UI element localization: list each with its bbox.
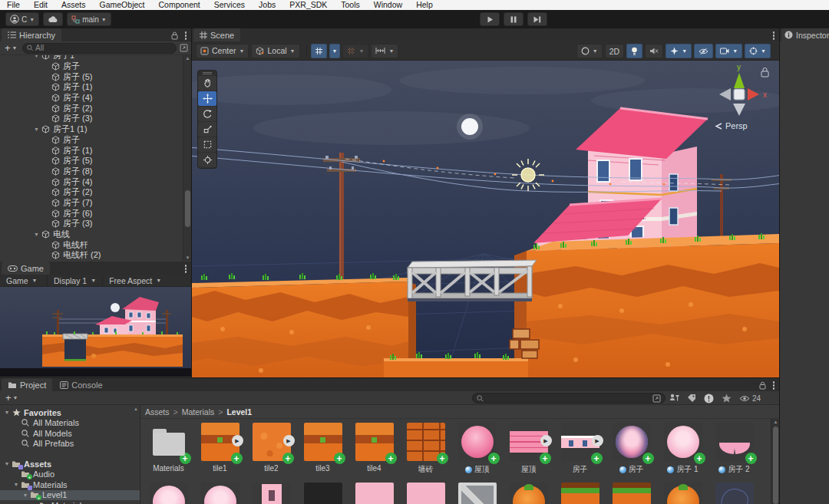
hierarchy-item[interactable]: 房子 (7) <box>0 198 191 209</box>
pick-window-icon[interactable] <box>180 44 188 52</box>
version-control-button[interactable]: main ▼ <box>67 12 111 26</box>
expand-arrow-icon[interactable]: ▼ <box>3 461 11 466</box>
hierarchy-item[interactable]: 电线杆 (2) <box>0 250 191 261</box>
asset-item[interactable] <box>348 479 400 504</box>
hierarchy-item[interactable]: 房子 (4) <box>0 176 191 187</box>
hierarchy-item[interactable]: ▼房子1 (1) <box>0 124 191 135</box>
grid-snap-dropdown[interactable]: ▼ <box>329 44 341 58</box>
hierarchy-item[interactable]: 房子 (1) <box>0 82 191 93</box>
lock-icon[interactable] <box>171 31 178 40</box>
draw-mode-dropdown[interactable]: ▼ <box>576 44 603 58</box>
breadcrumb-item[interactable]: Assets <box>145 407 170 417</box>
account-button[interactable]: C ▼ <box>5 12 39 26</box>
expand-arrow-icon[interactable]: ▼ <box>32 55 41 58</box>
hierarchy-item[interactable]: 房子 <box>0 135 191 146</box>
menu-tools[interactable]: Tools <box>334 0 367 10</box>
asset-item[interactable] <box>194 479 246 504</box>
tree-scroll-up-icon[interactable]: ▲ <box>134 407 138 411</box>
tab-inspector[interactable]: Inspector <box>781 28 829 41</box>
menu-pxr_sdk[interactable]: PXR_SDK <box>282 0 334 10</box>
scale-tool-button[interactable] <box>198 122 216 137</box>
play-button[interactable] <box>480 12 500 26</box>
project-tree-item[interactable]: All Models <box>0 428 140 439</box>
tab-hierarchy[interactable]: Hierarchy <box>2 28 61 41</box>
asset-item[interactable]: +墙砖 <box>400 419 451 479</box>
asset-item[interactable]: +tile4 <box>348 419 400 479</box>
asset-item[interactable]: +tile3 <box>297 419 348 479</box>
rect-tool-button[interactable] <box>198 137 216 152</box>
project-tree-item[interactable]: All Prefabs <box>0 439 140 450</box>
hierarchy-menu-icon[interactable] <box>183 30 189 41</box>
expand-arrow-icon[interactable]: ▼ <box>12 482 20 487</box>
asset-item[interactable]: +房子 <box>606 419 657 479</box>
hierarchy-item[interactable]: 房子 (2) <box>0 187 191 198</box>
play-badge-icon[interactable]: ▶ <box>592 435 603 446</box>
hierarchy-search-input[interactable] <box>22 43 177 54</box>
hierarchy-item[interactable]: 房子 (8) <box>0 166 191 177</box>
directional-light-gizmo[interactable] <box>512 159 544 191</box>
project-tree-item[interactable]: +Materials <box>0 500 140 504</box>
project-menu-icon[interactable] <box>771 380 777 391</box>
hierarchy-item[interactable]: 房子 (5) <box>0 156 191 166</box>
tab-game[interactable]: Game <box>2 262 50 275</box>
hand-tool-button[interactable] <box>198 76 216 91</box>
lighting-toggle[interactable] <box>626 44 642 58</box>
menu-services[interactable]: Services <box>207 0 252 10</box>
tab-scene[interactable]: Scene <box>193 28 240 41</box>
pause-button[interactable] <box>504 12 523 26</box>
expand-arrow-icon[interactable]: ▼ <box>21 492 29 498</box>
breadcrumb-item[interactable]: Materials <box>182 407 215 417</box>
breadcrumb-item[interactable]: Level1 <box>226 407 252 417</box>
game-aspect-dropdown[interactable]: Free Aspect▼ <box>103 275 167 287</box>
menu-help[interactable]: Help <box>409 0 440 10</box>
menu-assets[interactable]: Assets <box>54 0 93 10</box>
menu-component[interactable]: Component <box>151 0 206 10</box>
expand-arrow-icon[interactable]: ▼ <box>32 127 41 132</box>
hierarchy-item[interactable]: 房子 (2) <box>0 103 191 114</box>
hierarchy-item[interactable]: 房子 (3) <box>0 114 191 124</box>
audio-toggle[interactable] <box>645 44 663 58</box>
gizmos-dropdown[interactable]: ▼ <box>745 44 771 58</box>
hierarchy-item[interactable]: 房子 (5) <box>0 71 191 82</box>
game-menu-icon[interactable] <box>183 263 189 275</box>
project-search-input[interactable] <box>472 393 666 404</box>
hierarchy-scrollbar[interactable]: ▲ ▼ <box>183 55 191 261</box>
game-viewport[interactable] <box>0 287 191 377</box>
step-button[interactable] <box>527 12 547 26</box>
asset-item[interactable] <box>400 479 451 504</box>
menu-edit[interactable]: Edit <box>27 0 54 10</box>
game-target-dropdown[interactable]: Game▼ <box>0 275 48 287</box>
menu-file[interactable]: File <box>0 0 27 10</box>
scene-viewport[interactable]: y x Persp <box>192 61 779 377</box>
scene-visibility-toggle[interactable] <box>694 44 713 58</box>
orientation-dropdown[interactable]: Local▼ <box>251 44 299 58</box>
search-by-label-icon[interactable] <box>687 394 696 403</box>
camera-overlay-dropdown[interactable]: ▼ <box>715 44 742 58</box>
project-tree-item[interactable]: +Audio <box>0 469 140 480</box>
pivot-mode-dropdown[interactable]: Center▼ <box>196 44 249 58</box>
menu-jobs[interactable]: Jobs <box>252 0 282 10</box>
expand-arrow-icon[interactable]: ▼ <box>3 410 11 415</box>
asset-item[interactable]: +▶房子 <box>554 419 606 479</box>
grid-snap-toggle[interactable] <box>311 44 327 58</box>
tab-console[interactable]: Console <box>54 378 108 391</box>
asset-item[interactable] <box>708 479 760 504</box>
asset-item[interactable] <box>451 479 503 504</box>
asset-item[interactable]: +房子 1 <box>657 419 708 479</box>
project-tree-item[interactable]: ▼Assets <box>0 459 140 469</box>
effects-dropdown[interactable]: ▼ <box>666 44 692 58</box>
project-tree-item[interactable]: ▼+Level1 <box>0 490 140 501</box>
project-add-button[interactable]: +▼ <box>4 392 20 404</box>
ruler-dropdown[interactable]: ▼ <box>371 44 398 58</box>
play-badge-icon[interactable]: ▶ <box>283 435 295 446</box>
asset-item[interactable] <box>143 479 194 504</box>
play-badge-icon[interactable]: ▶ <box>540 435 552 446</box>
project-tree-item[interactable]: ▼Materials <box>0 479 140 490</box>
menu-window[interactable]: Window <box>367 0 409 10</box>
visible-count[interactable]: 24 <box>739 394 761 403</box>
game-display-dropdown[interactable]: Display 1▼ <box>48 275 103 287</box>
project-tree-item[interactable]: ▼Favorites <box>0 407 140 418</box>
move-tool-button[interactable] <box>198 91 216 106</box>
scene-menu-icon[interactable] <box>771 30 777 41</box>
expand-arrow-icon[interactable]: ▼ <box>32 232 41 237</box>
